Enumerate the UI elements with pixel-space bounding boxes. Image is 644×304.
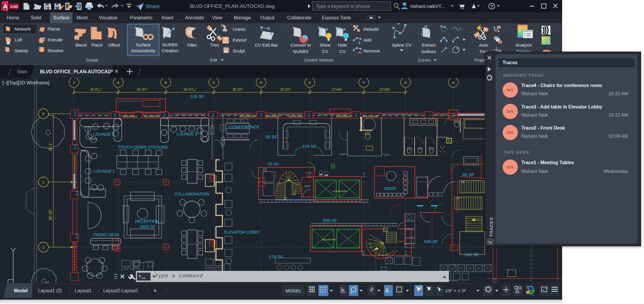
- svg-text:Isolines: Isolines: [421, 49, 436, 54]
- svg-text:CV: CV: [339, 49, 346, 54]
- svg-text:Analysis: Analysis: [515, 43, 532, 47]
- svg-text:NURBS: NURBS: [293, 49, 309, 54]
- svg-text:ELEVATOR LOBBY: ELEVATOR LOBBY: [224, 230, 261, 235]
- svg-text:D: D: [260, 81, 262, 84]
- svg-text:Extract: Extract: [422, 43, 436, 47]
- svg-text:C: C: [213, 81, 215, 84]
- svg-text:1: 1: [43, 180, 45, 184]
- svg-text:E: E: [309, 81, 311, 84]
- svg-text:G: G: [404, 81, 407, 84]
- svg-text:UP: UP: [457, 197, 459, 199]
- svg-text:ELEVATORS: ELEVATORS: [333, 190, 347, 193]
- svg-text:118 SF: 118 SF: [302, 144, 316, 149]
- svg-text:H: H: [452, 81, 454, 84]
- svg-text:Start: Start: [17, 69, 27, 74]
- svg-text:Spline CV: Spline CV: [392, 43, 412, 47]
- svg-text:ELEC: ELEC: [305, 185, 310, 187]
- svg-text:Auto: Auto: [479, 43, 488, 47]
- svg-text:Network: Network: [15, 26, 31, 31]
- svg-text:CONFERENCE: CONFERENCE: [229, 124, 259, 129]
- svg-text:Show: Show: [320, 43, 331, 47]
- svg-text:A: A: [3, 3, 8, 10]
- svg-text:Rebuild: Rebuild: [364, 27, 378, 32]
- svg-text:15'-3¹³⁄₁₆": 15'-3¹³⁄₁₆": [183, 88, 196, 91]
- svg-text:NURBS: NURBS: [162, 42, 178, 47]
- svg-text:LOUNGE 3: LOUNGE 3: [177, 132, 197, 136]
- svg-text:Surface: Surface: [136, 42, 151, 47]
- svg-text:15'-3¾": 15'-3¾": [280, 88, 291, 91]
- svg-text:CV Edit Bar: CV Edit Bar: [255, 43, 278, 47]
- svg-text:14'-0⁷⁄₁₆": 14'-0⁷⁄₁₆": [90, 88, 102, 91]
- svg-text:Hide: Hide: [338, 43, 347, 47]
- svg-text:CAD: CAD: [10, 5, 18, 9]
- svg-text:COLLABORATION: COLLABORATION: [175, 192, 209, 196]
- svg-text:Z: Z: [73, 81, 75, 84]
- svg-text:17'-4⅛": 17'-4⅛": [332, 88, 342, 91]
- svg-text:Add: Add: [364, 38, 371, 43]
- svg-text:Blend: Blend: [75, 43, 87, 47]
- svg-text:Planar: Planar: [48, 26, 60, 31]
- svg-text:595 SF: 595 SF: [424, 239, 438, 244]
- svg-text:140 SF: 140 SF: [464, 252, 479, 257]
- svg-text:Trim: Trim: [210, 43, 219, 47]
- svg-text:LOUNGE 2: LOUNGE 2: [94, 132, 114, 137]
- svg-text:Patch: Patch: [92, 43, 103, 47]
- svg-text:F: F: [363, 81, 365, 84]
- svg-text:118 SF: 118 SF: [190, 94, 204, 99]
- svg-text:Associativity: Associativity: [131, 48, 155, 53]
- svg-text:45 SF: 45 SF: [462, 172, 474, 177]
- svg-text:500 SF: 500 SF: [323, 218, 337, 223]
- svg-text:?: ?: [490, 4, 493, 9]
- svg-text:FRONT DESK: FRONT DESK: [93, 232, 120, 237]
- svg-text:21'-1": 21'-1": [48, 142, 53, 151]
- svg-text:170 SF: 170 SF: [269, 254, 283, 259]
- svg-text:Sculpt: Sculpt: [233, 48, 245, 53]
- svg-text:BLVD OFFICE_PLAN-AUTOCAD.dwg: BLVD OFFICE_PLAN-AUTOCAD.dwg: [190, 4, 275, 9]
- svg-text:Extrude: Extrude: [48, 37, 63, 42]
- svg-text:Share: Share: [146, 4, 160, 9]
- svg-text:Edit: Edit: [210, 58, 217, 62]
- svg-text:Fillet: Fillet: [187, 43, 197, 47]
- svg-text:Sweep: Sweep: [15, 48, 28, 53]
- svg-text:DN: DN: [462, 181, 464, 183]
- svg-text:Curves: Curves: [418, 58, 431, 62]
- svg-text:Remove: Remove: [364, 48, 380, 53]
- svg-text:LOUNGE 1: LOUNGE 1: [94, 169, 115, 174]
- svg-text:13'-3⅜": 13'-3⅜": [379, 88, 390, 91]
- svg-text:Untrim: Untrim: [233, 27, 246, 32]
- svg-text:2: 2: [43, 245, 45, 249]
- svg-text:100SF: 100SF: [384, 186, 397, 191]
- svg-text:Loft: Loft: [15, 37, 22, 42]
- svg-text:0: 0: [43, 112, 45, 116]
- svg-text:TOUCH DOWN STATIONS: TOUCH DOWN STATIONS: [118, 145, 168, 150]
- svg-text:CV: CV: [322, 49, 328, 54]
- svg-text:Type a keyword or phrase: Type a keyword or phrase: [316, 4, 370, 9]
- svg-text:nishant.naikVY...: nishant.naikVY...: [410, 4, 445, 9]
- svg-text:2650 SF: 2650 SF: [140, 224, 155, 229]
- svg-text:Revolve: Revolve: [48, 48, 63, 53]
- svg-text:70 SF: 70 SF: [268, 162, 279, 167]
- svg-text:20'-10": 20'-10": [48, 209, 53, 220]
- svg-text:Control Vertices: Control Vertices: [305, 58, 334, 62]
- svg-text:A: A: [117, 81, 119, 84]
- svg-text:Offset: Offset: [108, 43, 120, 47]
- svg-text:B: B: [165, 81, 167, 84]
- svg-text:Create: Create: [86, 58, 98, 62]
- svg-text:RECEPTION: RECEPTION: [135, 219, 159, 224]
- svg-text:Convert to: Convert to: [290, 43, 311, 47]
- svg-text:Creation: Creation: [162, 48, 178, 53]
- svg-text:50 SF: 50 SF: [266, 134, 277, 139]
- svg-text:PIPE CH: PIPE CH: [398, 240, 406, 242]
- svg-text:Extend: Extend: [233, 38, 246, 43]
- svg-text:BLVD OFFICE_PLAN-AUTOCAD*: BLVD OFFICE_PLAN-AUTOCAD*: [40, 69, 113, 74]
- svg-text:15'-4¼": 15'-4¼": [137, 88, 147, 91]
- svg-text:15'-3¾": 15'-3¾": [232, 88, 243, 91]
- svg-text:ELEVATORS: ELEVATORS: [322, 238, 336, 241]
